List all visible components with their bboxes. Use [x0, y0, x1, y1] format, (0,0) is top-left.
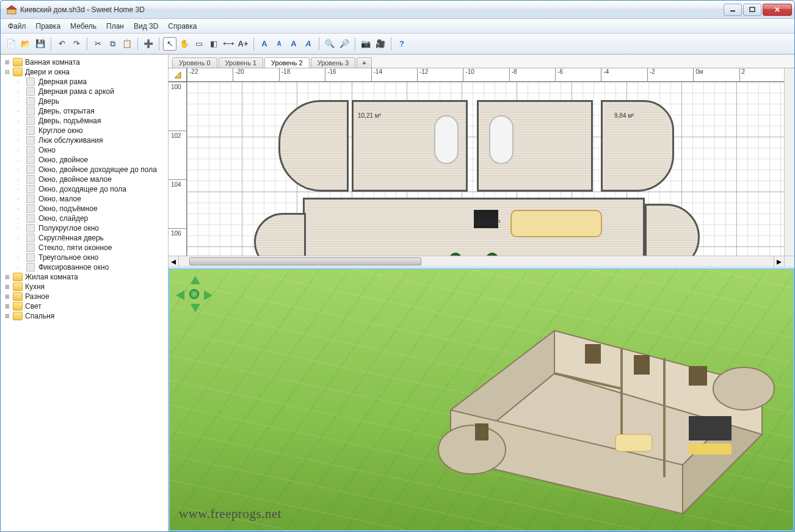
catalog-category[interactable]: ⊟Двери и окна: [1, 67, 168, 77]
folder-icon: [13, 312, 23, 320]
expand-icon[interactable]: ⊞: [3, 312, 12, 320]
furniture-catalog[interactable]: ⊞Ванная комната⊟Двери и окна·Дверная рам…: [1, 55, 169, 531]
category-label: Спальня: [25, 312, 54, 320]
scrollbar-vertical[interactable]: [784, 82, 794, 256]
wall-icon[interactable]: ▭: [192, 37, 206, 51]
catalog-item[interactable]: ·Дверная рама с аркой: [1, 87, 168, 96]
text-smaller-icon[interactable]: A: [272, 37, 286, 51]
room-icon[interactable]: ◧: [207, 37, 220, 51]
nav-left-icon[interactable]: [176, 290, 184, 300]
catalog-item[interactable]: ·Окно, двойное: [1, 155, 168, 165]
new-file-icon[interactable]: 📄: [4, 37, 18, 51]
menu-file[interactable]: Файл: [3, 20, 31, 32]
separator-icon: [355, 37, 355, 51]
app-icon: [7, 5, 16, 15]
level-tab[interactable]: Уровень 2: [264, 57, 310, 68]
video-icon[interactable]: 🎥: [374, 37, 387, 51]
help-icon[interactable]: ?: [395, 37, 408, 51]
catalog-item[interactable]: ·Дверь, подъёмная: [1, 116, 168, 126]
menu-3dview[interactable]: Вид 3D: [129, 20, 163, 32]
catalog-item[interactable]: ·Скруглённая дверь: [1, 233, 168, 243]
expand-icon[interactable]: ⊞: [3, 273, 12, 281]
catalog-item[interactable]: ·Окно, доходящее до пола: [1, 184, 168, 194]
level-tab[interactable]: Уровень 1: [219, 57, 264, 68]
catalog-category[interactable]: ⊞Ванная комната: [1, 57, 168, 67]
menu-help[interactable]: Справка: [163, 20, 201, 32]
right-bay[interactable]: [645, 204, 700, 256]
add-furniture-icon[interactable]: ➕: [142, 37, 155, 51]
photo-icon[interactable]: 📷: [359, 37, 372, 51]
text-bold-icon[interactable]: A: [287, 37, 300, 51]
catalog-item[interactable]: ·Окно, слайдер: [1, 214, 168, 223]
catalog-item[interactable]: ·Дверная рама: [1, 77, 168, 87]
catalog-category[interactable]: ⊞Разное: [1, 292, 168, 301]
expand-icon[interactable]: ⊞: [3, 303, 12, 310]
close-button[interactable]: ✕: [763, 4, 792, 16]
view-3d-panel[interactable]: www.freeprogs.net: [169, 268, 794, 531]
ruler-vertical: 100102104106: [169, 82, 187, 256]
undo-icon[interactable]: ↶: [55, 37, 68, 51]
select-icon[interactable]: ↖: [163, 37, 176, 51]
expand-icon[interactable]: ⊞: [3, 293, 12, 300]
save-icon[interactable]: 💾: [34, 37, 47, 51]
add-level-button[interactable]: +: [357, 57, 371, 68]
catalog-item[interactable]: ·Дверь, открытая: [1, 106, 168, 116]
catalog-item[interactable]: ·Дверь: [1, 96, 168, 106]
svg-rect-16: [634, 355, 650, 375]
scrollbar-horizontal[interactable]: ◂ ▸: [169, 256, 794, 266]
collapse-icon[interactable]: ⊟: [3, 68, 12, 76]
menu-plan[interactable]: План: [101, 20, 129, 32]
level-tab[interactable]: Уровень 0: [172, 57, 217, 68]
nav-right-icon[interactable]: [204, 290, 212, 300]
nav-center-icon[interactable]: [189, 289, 199, 299]
room-right[interactable]: [601, 100, 674, 192]
separator-icon: [391, 37, 391, 51]
text-bigger-icon[interactable]: A: [258, 37, 271, 51]
expand-icon[interactable]: ⊞: [3, 283, 12, 290]
maximize-button[interactable]: [743, 4, 761, 16]
catalog-item[interactable]: ·Окно, малое: [1, 194, 168, 204]
plan-canvas[interactable]: 10,21 м² 9,84 м² 120,27 м²: [187, 82, 784, 256]
copy-icon[interactable]: ⧉: [106, 37, 119, 51]
room-left-bay[interactable]: [278, 100, 349, 192]
text-icon[interactable]: A+: [236, 37, 250, 51]
catalog-item[interactable]: ·Фиксированное окно: [1, 262, 168, 272]
catalog-item[interactable]: ·Окно, подъёмное: [1, 204, 168, 214]
catalog-item[interactable]: ·Окно, двойное доходящее до пола: [1, 165, 168, 174]
redo-icon[interactable]: ↷: [70, 37, 83, 51]
zoom-out-icon[interactable]: 🔎: [338, 37, 351, 51]
nav-up-icon[interactable]: [191, 276, 200, 284]
catalog-category[interactable]: ⊞Свет: [1, 301, 168, 311]
catalog-category[interactable]: ⊞Кухня: [1, 282, 168, 292]
open-icon[interactable]: 📂: [19, 37, 32, 51]
catalog-item[interactable]: ·Стекло, пяти оконное: [1, 243, 168, 253]
tree-line-icon: ·: [14, 78, 23, 85]
catalog-item[interactable]: ·Треугольное окно: [1, 253, 168, 262]
pan-icon[interactable]: ✋: [178, 37, 191, 51]
svg-rect-20: [689, 416, 731, 440]
catalog-item[interactable]: ·Полукруглое окно: [1, 223, 168, 233]
scroll-right-icon[interactable]: ▸: [774, 256, 784, 267]
catalog-category[interactable]: ⊞Жилая комната: [1, 272, 168, 282]
minimize-button[interactable]: [724, 4, 742, 16]
paste-icon[interactable]: 📋: [120, 37, 134, 51]
text-italic-icon[interactable]: A: [302, 37, 315, 51]
menu-furniture[interactable]: Мебель: [65, 20, 101, 32]
catalog-item[interactable]: ·Окно: [1, 145, 168, 155]
catalog-item[interactable]: ·Люк обслуживания: [1, 135, 168, 145]
nav-down-icon[interactable]: [191, 304, 200, 312]
cut-icon[interactable]: ✂: [91, 37, 104, 51]
expand-icon[interactable]: ⊞: [3, 59, 12, 66]
level-tab[interactable]: Уровень 3: [311, 57, 356, 68]
menu-edit[interactable]: Правка: [31, 20, 66, 32]
dimension-icon[interactable]: ⟷: [222, 37, 235, 51]
titlebar[interactable]: Киевский дом.sh3d - Sweet Home 3D ✕: [1, 1, 794, 19]
tree-line-icon: ·: [14, 107, 23, 115]
zoom-in-icon[interactable]: 🔍: [323, 37, 336, 51]
catalog-item[interactable]: ·Окно, двойное малое: [1, 174, 168, 184]
scroll-left-icon[interactable]: ◂: [169, 256, 179, 267]
catalog-item-label: Дверь, подъёмная: [38, 117, 101, 125]
scroll-thumb[interactable]: [189, 257, 421, 265]
catalog-category[interactable]: ⊞Спальня: [1, 311, 168, 321]
catalog-item[interactable]: ·Круглое окно: [1, 126, 168, 135]
